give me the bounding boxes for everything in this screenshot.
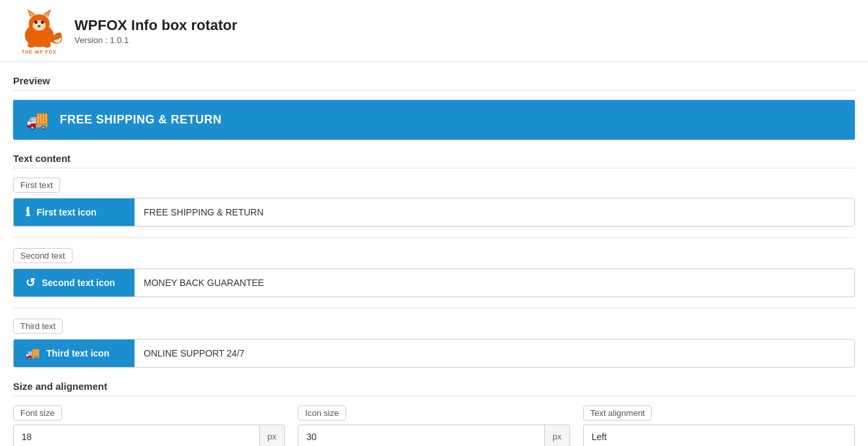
font-size-field: Font size px bbox=[13, 406, 285, 446]
third-text-input[interactable] bbox=[135, 340, 854, 367]
app-title: WPFOX Info box rotator bbox=[74, 17, 237, 34]
text-content-title: Text content bbox=[13, 153, 855, 168]
text-alignment-label: Text alignment bbox=[583, 406, 652, 421]
font-size-input[interactable] bbox=[14, 425, 259, 446]
icon-size-suffix: px bbox=[544, 425, 570, 446]
second-text-input[interactable] bbox=[135, 269, 854, 296]
first-text-icon-button[interactable]: ℹ First text icon bbox=[14, 199, 135, 226]
third-text-label: Third text bbox=[13, 319, 63, 334]
svg-point-9 bbox=[38, 25, 40, 27]
size-align-row: Font size px Icon size px Text bbox=[13, 406, 855, 446]
first-icon-button-label: First text icon bbox=[37, 207, 97, 217]
app-title-area: WPFOX Info box rotator Version : 1.0.1 bbox=[74, 17, 237, 45]
icon-size-label: Icon size bbox=[298, 406, 346, 421]
main-content: Preview 🚚 FREE SHIPPING & RETURN Text co… bbox=[0, 62, 868, 446]
preview-section-title: Preview bbox=[13, 75, 855, 91]
app-version: Version : 1.0.1 bbox=[74, 35, 237, 45]
size-align-section: Size and alignement Font size px Icon si… bbox=[13, 381, 855, 446]
text-alignment-input-wrap bbox=[583, 424, 855, 446]
size-align-title: Size and alignement bbox=[13, 381, 855, 396]
second-icon-button-label: Second text icon bbox=[42, 278, 115, 288]
third-text-row: 🚚 Third text icon bbox=[13, 339, 855, 368]
first-icon-symbol: ℹ bbox=[25, 205, 30, 219]
svg-text:THE WP FOX: THE WP FOX bbox=[22, 50, 56, 54]
third-icon-button-label: Third text icon bbox=[46, 348, 109, 358]
svg-point-10 bbox=[27, 42, 35, 48]
third-icon-symbol: 🚚 bbox=[25, 346, 40, 360]
header: THE WP FOX WPFOX Info box rotator Versio… bbox=[0, 0, 868, 62]
logo-area: THE WP FOX WPFOX Info box rotator Versio… bbox=[13, 8, 237, 54]
third-text-icon-button[interactable]: 🚚 Third text icon bbox=[14, 340, 135, 367]
svg-point-11 bbox=[43, 42, 51, 48]
font-size-label: Font size bbox=[13, 406, 62, 421]
preview-banner-text: FREE SHIPPING & RETURN bbox=[60, 113, 222, 127]
second-text-label: Second text bbox=[13, 248, 72, 263]
divider-1 bbox=[13, 237, 855, 238]
logo-image: THE WP FOX bbox=[13, 8, 65, 54]
font-size-input-wrap: px bbox=[13, 424, 285, 446]
svg-point-8 bbox=[41, 21, 44, 24]
second-icon-symbol: ↺ bbox=[25, 276, 35, 290]
icon-size-input-wrap: px bbox=[298, 424, 570, 446]
second-text-row: ↺ Second text icon bbox=[13, 268, 855, 297]
first-text-label: First text bbox=[13, 178, 60, 193]
divider-2 bbox=[13, 308, 855, 308]
first-text-input[interactable] bbox=[135, 199, 854, 226]
text-alignment-input[interactable] bbox=[584, 425, 854, 446]
text-alignment-field: Text alignment bbox=[583, 406, 855, 446]
font-size-suffix: px bbox=[259, 425, 285, 446]
preview-banner: 🚚 FREE SHIPPING & RETURN bbox=[13, 100, 855, 140]
svg-point-7 bbox=[35, 21, 38, 24]
second-text-icon-button[interactable]: ↺ Second text icon bbox=[14, 269, 135, 296]
icon-size-input[interactable] bbox=[298, 425, 544, 446]
first-text-row: ℹ First text icon bbox=[13, 198, 855, 227]
icon-size-field: Icon size px bbox=[298, 406, 570, 446]
preview-truck-icon: 🚚 bbox=[26, 109, 50, 131]
text-content-section: Text content First text ℹ First text ico… bbox=[13, 153, 855, 368]
